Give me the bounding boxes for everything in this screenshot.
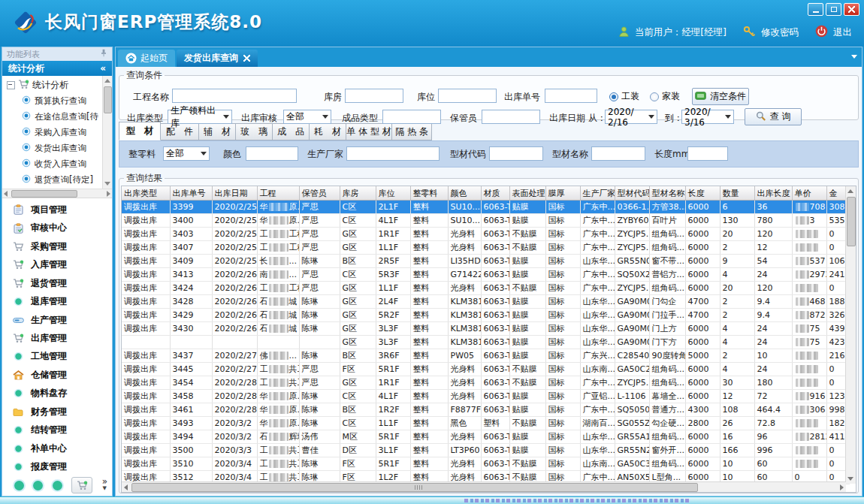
change-password-link[interactable]: 修改密码 xyxy=(761,26,799,39)
scroll-down-icon[interactable] xyxy=(847,477,853,481)
tree-expander-icon[interactable] xyxy=(7,81,15,89)
sidebar-module-审核中心[interactable]: 审核中心 xyxy=(2,219,112,237)
table-row[interactable]: 调拨出库34542020/2/28工共工程严思G区1R1F整料光身料6063-T… xyxy=(122,376,849,390)
dot-icon[interactable] xyxy=(14,481,24,490)
date-to-select[interactable]: 2020/ 3/16 xyxy=(681,110,734,124)
radio-unselected-icon[interactable] xyxy=(650,92,659,101)
scroll-thumb[interactable] xyxy=(847,197,856,246)
stats-group-header[interactable]: 统计分析 « xyxy=(2,61,112,76)
column-header-单价[interactable]: 单价 xyxy=(792,186,826,201)
scroll-left-icon[interactable] xyxy=(4,191,8,197)
length-input[interactable] xyxy=(687,146,728,161)
material-tab-玻璃[interactable]: 玻 璃 xyxy=(236,123,273,140)
table-row[interactable]: 调拨出库34002020/2/25华原...严思C区4L1F整料SU10...6… xyxy=(122,214,849,228)
table-row[interactable]: 调拨出库34072020/2/25工工程严思G区1L1F整料光身料6063-T5… xyxy=(122,241,849,255)
column-header-生产厂家[interactable]: 生产厂家 xyxy=(580,186,615,201)
sidebar-module-结转管理[interactable]: 结转管理 xyxy=(2,421,112,439)
sidebar-module-采购管理[interactable]: 采购管理 xyxy=(2,237,112,255)
material-tab-成品[interactable]: 成 品 xyxy=(273,123,310,140)
column-header-出库类型[interactable]: 出库类型 xyxy=(122,186,170,201)
table-vertical-scrollbar[interactable] xyxy=(845,186,856,484)
material-tab-单体型材[interactable]: 单 体 型 材 xyxy=(346,123,392,140)
column-header-库位[interactable]: 库位 xyxy=(376,186,410,201)
tab-起始页[interactable]: 起始页 xyxy=(118,50,175,67)
tree-item[interactable]: 采购入库查询 xyxy=(2,125,112,140)
whole-part-select[interactable]: 全部 xyxy=(163,146,210,161)
sidebar-module-生产管理[interactable]: 生产管理 xyxy=(2,311,112,329)
tree-item[interactable]: 退货查询[待定] xyxy=(2,172,112,188)
column-header-库房[interactable]: 库房 xyxy=(340,186,376,201)
audit-select[interactable]: 全部 xyxy=(283,110,331,124)
sidebar-module-物料盘存[interactable]: 物料盘存 xyxy=(2,385,112,403)
table-row[interactable]: 调拨出库34282020/2/26石城陈琳G区2L4F整料KLM38176063… xyxy=(122,295,849,309)
collapse-icon[interactable]: « xyxy=(100,63,106,74)
scroll-down-icon[interactable] xyxy=(104,182,110,186)
tree-root[interactable]: 统计分析 xyxy=(2,76,112,93)
warehouse-input[interactable] xyxy=(345,89,403,103)
material-tab-耗材[interactable]: 耗 材 xyxy=(310,123,346,140)
material-tab-隔热条[interactable]: 隔 热 条 xyxy=(392,123,432,140)
column-header-整零料[interactable]: 整零料 xyxy=(410,186,448,201)
column-header-型材代码[interactable]: 型材代码 xyxy=(615,186,649,201)
scroll-up-icon[interactable] xyxy=(847,189,853,193)
radio-selected-icon[interactable] xyxy=(609,92,618,101)
column-header-出库长度[interactable]: 出库长度 xyxy=(754,186,792,201)
tree-item[interactable]: 收货入库查询 xyxy=(2,156,112,172)
pin-icon[interactable] xyxy=(100,49,107,59)
radio-home[interactable]: 家装 xyxy=(650,90,680,103)
table-row[interactable]: 调拨出库34292020/2/26石城陈琳G区5R2F整料KLM38176063… xyxy=(122,309,849,322)
tree-item[interactable]: 发货出库查询 xyxy=(2,140,112,156)
column-header-颜色[interactable]: 颜色 xyxy=(448,186,481,201)
sidebar-module-项目管理[interactable]: 项目管理 xyxy=(2,201,112,219)
sidebar-module-补单中心[interactable]: 补单中心 xyxy=(2,439,112,457)
tab-发货出库查询[interactable]: 发货出库查询 xyxy=(177,50,258,67)
table-row[interactable]: G区3L3F整料KLM38176063-T5贴膜国标山东华...GA90M09.… xyxy=(122,336,849,349)
table-row[interactable]: 调拨出库35002020/3/3工共工程曹佳D区3L1F整料LT3P606063… xyxy=(122,444,849,457)
table-row[interactable]: 调拨出库34452020/2/27工共工程严思F区5R1F整料光身料6063-T… xyxy=(122,363,849,376)
column-header-数量[interactable]: 数量 xyxy=(720,186,754,201)
table-row[interactable]: 调拨出库33992020/2/25华原...严思C区2L1F整料SU10...6… xyxy=(122,201,849,214)
expand-more-button[interactable]: »▼ xyxy=(102,478,107,492)
scroll-thumb[interactable] xyxy=(131,483,698,492)
scroll-left-icon[interactable] xyxy=(124,484,128,490)
sidebar-module-入库管理[interactable]: 入库管理 xyxy=(2,255,112,273)
tab-close-icon[interactable] xyxy=(243,55,250,62)
keeper-input[interactable] xyxy=(482,110,540,124)
sidebar-module-退库管理[interactable]: 退库管理 xyxy=(2,292,112,310)
project-name-input[interactable] xyxy=(172,89,297,103)
column-header-出库日期[interactable]: 出库日期 xyxy=(212,186,257,201)
column-header-材质[interactable]: 材质 xyxy=(481,186,509,201)
scroll-right-icon[interactable] xyxy=(107,191,110,197)
sidebar-module-出库管理[interactable]: 出库管理 xyxy=(2,329,112,347)
sidebar-module-报废管理[interactable]: 报废管理 xyxy=(2,458,112,476)
column-header-长度[interactable]: 长度 xyxy=(685,186,720,201)
out-type-select[interactable]: 生产领料出库 xyxy=(168,110,232,124)
table-row[interactable]: 调拨出库34942020/3/2石辉城汤伟M区5R1F整料光身料6063-T5贴… xyxy=(122,430,849,444)
table-row[interactable]: 调拨出库34132020/2/26南...严思C区5R3F整料G71422606… xyxy=(122,268,849,282)
table-row[interactable]: 调拨出库34302020/2/26石城陈琳G区3L3F整料KLM38176063… xyxy=(122,322,849,336)
radio-workwear[interactable]: 工装 xyxy=(609,90,639,103)
column-header-表面处理[interactable]: 表面处理 xyxy=(509,186,545,201)
table-row[interactable]: 调拨出库34372020/2/27佛...陈琳B区3R6F整料PW056063-… xyxy=(122,349,849,363)
sidebar-module-财务管理[interactable]: 财务管理 xyxy=(2,403,112,421)
order-no-input[interactable] xyxy=(545,89,597,103)
location-input[interactable] xyxy=(438,89,497,103)
column-header-保管员[interactable]: 保管员 xyxy=(299,186,340,201)
manufacturer-input[interactable] xyxy=(346,146,440,161)
maximize-button[interactable] xyxy=(826,3,841,16)
product-type-input[interactable] xyxy=(382,110,441,124)
tree-item[interactable]: 在途信息查询[待 xyxy=(2,109,112,125)
dot-icon[interactable] xyxy=(33,481,43,490)
color-input[interactable] xyxy=(246,146,298,161)
sidebar-module-退货管理[interactable]: 退货管理 xyxy=(2,274,112,292)
column-header-型材名称[interactable]: 型材名称 xyxy=(649,186,685,201)
clear-conditions-button[interactable]: 清空条件 xyxy=(692,88,749,105)
dot-icon[interactable] xyxy=(53,481,62,490)
scroll-right-icon[interactable] xyxy=(840,484,844,490)
tree-vertical-scrollbar[interactable] xyxy=(102,76,112,189)
logout-link[interactable]: 退出 xyxy=(833,26,852,39)
sidebar-module-仓储管理[interactable]: 仓储管理 xyxy=(2,366,112,384)
close-button[interactable] xyxy=(844,3,859,16)
search-button[interactable]: 查 询 xyxy=(745,108,802,125)
table-row[interactable]: 调拨出库34032020/2/25工工程严思G区1R1F整料光身料6063-T5… xyxy=(122,228,849,241)
